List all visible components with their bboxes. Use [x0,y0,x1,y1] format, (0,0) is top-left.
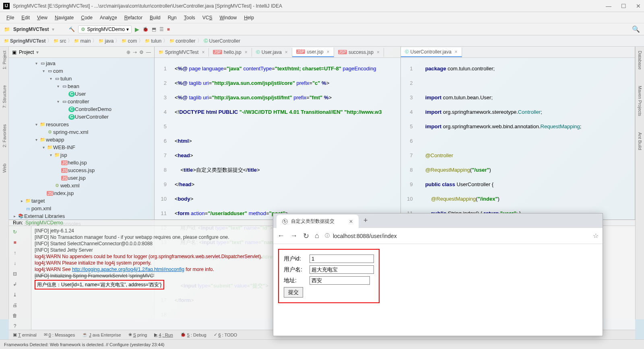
crumb-java[interactable]: java [99,38,114,44]
tree-item-index-jsp[interactable]: JSP index.jsp [9,189,154,197]
tab-springmvctest[interactable]: 📁SpringMVCTest× [155,48,209,57]
menu-window[interactable]: Window [216,13,240,22]
bottom-tab-0-messages[interactable]: ✉ 0: Messages [44,332,75,337]
tree-item-target[interactable]: ▸📁 target [9,197,154,205]
bottom-tab-terminal[interactable]: ▣ Terminal [13,332,37,337]
menu-build[interactable]: Build [147,13,164,22]
bottom-tab-5-debug[interactable]: 🐞 5: Debug [180,332,206,337]
bottom-tab-4-run[interactable]: ▶ 4: Run [154,332,173,337]
project-gear-icon[interactable]: ⚙ [139,49,144,55]
project-collapse-icon[interactable]: ⇢ [133,49,137,55]
tree-item-controllerdemo[interactable]: C ControllerDemo [9,105,154,113]
tree-item-resources[interactable]: ▾📁 resources [9,121,154,128]
build-button[interactable]: 🔨 [69,27,75,32]
minimize-button[interactable]: — [606,3,611,9]
filter-button[interactable]: ⊟ [10,269,19,278]
tree-item-pom-xml[interactable]: m pom.xml [9,205,154,212]
crumb-main[interactable]: main [74,38,91,44]
up-button[interactable]: ↑ [10,248,19,257]
rerun-button[interactable]: ↻ [10,228,19,236]
tree-item-hello-jsp[interactable]: JSP hello.jsp [9,159,154,166]
browser-tab[interactable]: ↻ 自定义类型数据提交 ✕ [277,215,359,228]
tree-item-com[interactable]: ▾▭ com [9,67,154,75]
menu-refactor[interactable]: Refactor [121,13,146,22]
menu-file[interactable]: File [3,13,17,22]
project-panel-title[interactable]: Project [19,49,34,55]
tab-hello-jsp[interactable]: JSPhello.jsp× [209,48,252,57]
profile-button[interactable]: ☰ [159,27,164,32]
wrap-button[interactable]: ↲ [10,280,19,289]
form-submit-button[interactable]: 提交 [284,287,303,298]
crumb-tulun[interactable]: tulun [145,38,161,44]
tool-favorites[interactable]: 2: Favorites [2,124,7,147]
run-button[interactable]: ▶ [135,26,139,33]
browser-omnibox[interactable]: ⓘ localhost:8088/user/index [325,232,587,239]
debug-button[interactable]: 🐞 [142,27,149,32]
menu-analyze[interactable]: Analyze [97,13,120,22]
print-button[interactable]: 🖨 [10,301,19,310]
tree-item-tulun[interactable]: ▾▭ tulun [9,75,154,82]
tree-item-success-jsp[interactable]: JSP success.jsp [9,166,154,174]
form-name-input[interactable] [310,265,374,274]
stop-button-2[interactable]: ■ [10,238,19,247]
tree-item-jsp[interactable]: ▾📁 jsp [9,151,154,159]
tree-item-user-jsp[interactable]: JSP user.jsp [9,174,154,182]
browser-reload[interactable]: ↻ [303,232,309,240]
tab-user-java[interactable]: ⒸUser.java× [252,48,292,57]
tool-database[interactable]: Database [638,51,642,70]
form-id-input[interactable] [310,255,374,263]
tree-item-controller[interactable]: ▾▭ controller [9,98,154,105]
clear-button[interactable]: 🗑 [10,311,19,320]
menu-vcs[interactable]: VCS [199,13,216,22]
tree-item-web-inf[interactable]: ▾📁 WEB-INF [9,144,154,151]
browser-forward[interactable]: → [290,232,297,240]
crumb-controller[interactable]: controller [169,38,195,44]
tree-item-java[interactable]: ▾▭ java [9,60,154,67]
tool-project[interactable]: 1: Project [2,51,7,69]
tab-success-jsp[interactable]: JSPsuccess.jsp× [334,48,384,57]
coverage-button[interactable]: ⬒ [152,27,156,32]
menu-navigate[interactable]: Navigate [52,13,77,22]
tree-item-external-libraries[interactable]: ▸📚 External Libraries [9,212,154,220]
tab-usercontroller-java[interactable]: ⒸUserController.java× [401,47,462,57]
bottom-tab-6-todo[interactable]: ✓ 6: TODO [214,332,237,337]
tab-user-jsp[interactable]: JSPuser.jsp× [292,47,334,57]
tool-web[interactable]: Web [2,164,7,172]
stop-button[interactable]: ■ [167,27,170,32]
menu-code[interactable]: Code [78,13,96,22]
tree-item-web-xml[interactable]: ⚙ web.xml [9,182,154,189]
tool-ant[interactable]: Ant Build [638,132,642,150]
crumb-com[interactable]: com [122,38,137,44]
bottom-tab-spring[interactable]: ❀ Spring [128,332,147,337]
bottom-tab-java-enterprise[interactable]: ☕ Java Enterprise [82,332,121,337]
menu-edit[interactable]: Edit [18,13,33,22]
menu-tools[interactable]: Tools [181,13,198,22]
tree-item-spring-mvc-xml[interactable]: ⚙ spring-mvc.xml [9,128,154,136]
tree-item-bean[interactable]: ▾▭ bean [9,82,154,90]
tree-item-webapp[interactable]: ▾📁 webapp [9,136,154,144]
bookmark-icon[interactable]: ☆ [593,232,599,240]
tool-maven[interactable]: Maven Projects [638,86,642,116]
tree-item-usercontroller[interactable]: C UserController [9,113,154,121]
browser-home[interactable]: ⌂ [315,232,319,240]
close-button[interactable]: ✕ [636,3,641,9]
menu-view[interactable]: View [34,13,51,22]
crumb-usercontroller[interactable]: UserController [204,38,240,44]
tree-item-user[interactable]: C User [9,90,154,98]
crumb-src[interactable]: src [54,38,66,44]
browser-new-tab[interactable]: + [359,213,373,228]
project-hide-icon[interactable]: — [146,49,151,55]
browser-tab-close[interactable]: ✕ [349,219,353,224]
search-icon[interactable]: 🔍 [632,25,640,33]
down-button[interactable]: ↓ [10,259,19,268]
menu-help[interactable]: Help [241,13,257,22]
form-addr-input[interactable] [310,276,370,285]
crumb-root[interactable]: SpringMVCTest [4,38,45,44]
help-button[interactable]: ? [10,322,19,331]
maximize-button[interactable]: ☐ [621,3,626,9]
tool-structure[interactable]: 7: Structure [2,85,7,108]
menu-run[interactable]: Run [165,13,180,22]
browser-back[interactable]: ← [277,232,285,240]
run-config-selector[interactable]: SpringMVCDemo ▾ [78,25,131,33]
scroll-button[interactable]: ⤓ [10,290,19,299]
